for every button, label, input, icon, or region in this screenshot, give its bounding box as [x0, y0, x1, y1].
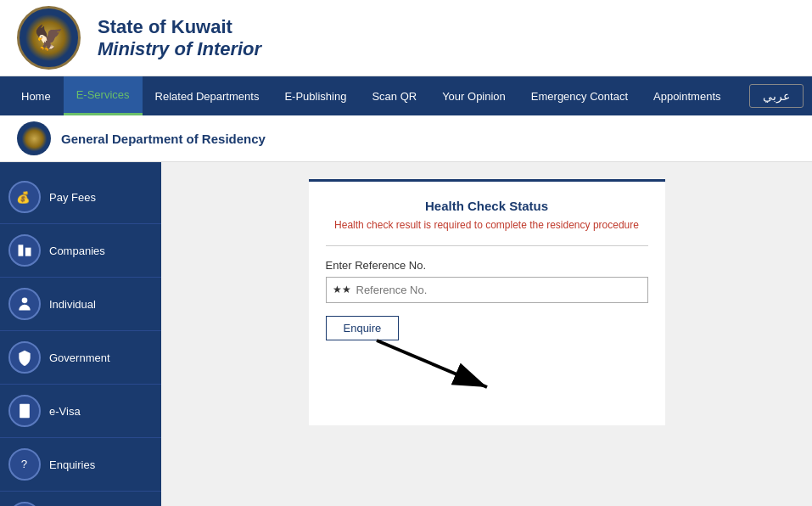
sidebar-label-e-visa: e-Visa	[49, 405, 81, 418]
nav-e-services[interactable]: E-Services	[64, 76, 143, 115]
building-icon	[8, 234, 41, 267]
question-icon: ?	[8, 448, 41, 481]
svg-rect-4	[20, 250, 22, 253]
svg-text:?: ?	[21, 458, 27, 470]
svg-line-21	[377, 340, 487, 387]
shield-icon	[8, 341, 41, 374]
divider	[326, 245, 648, 246]
nav-e-publishing[interactable]: E-Publishing	[272, 76, 359, 115]
nav-appointments[interactable]: Appointments	[641, 76, 734, 115]
sidebar-label-pay-fees: Pay Fees	[49, 191, 96, 204]
arrow-annotation	[326, 340, 648, 408]
reference-input-wrapper: ★★	[326, 277, 648, 303]
reference-input[interactable]	[326, 277, 648, 303]
nav-your-opinion[interactable]: Your Opinion	[429, 76, 518, 115]
sidebar-item-pay-fees[interactable]: 💰 Pay Fees	[0, 171, 161, 224]
arrow-svg-icon	[368, 332, 538, 400]
sidebar-item-e-visa[interactable]: e-Visa	[0, 385, 161, 438]
sidebar-label-government: Government	[49, 351, 110, 364]
nav-home[interactable]: Home	[8, 76, 64, 115]
header-title-line2: Ministry of Interior	[98, 38, 261, 60]
field-label: Enter Reference No.	[326, 259, 648, 272]
sidebar-item-e-forms[interactable]: E-Forms	[0, 492, 161, 506]
page-header: 🦅 State of Kuwait Ministry of Interior	[0, 0, 812, 76]
sidebar-label-enquiries: Enquiries	[49, 458, 95, 471]
sidebar-item-enquiries[interactable]: ? Enquiries	[0, 438, 161, 492]
header-title-line1: State of Kuwait	[98, 16, 261, 38]
nav-related-departments[interactable]: Related Departments	[143, 76, 272, 115]
svg-rect-3	[20, 247, 22, 250]
health-check-title: Health Check Status	[326, 199, 648, 213]
svg-point-6	[22, 298, 28, 304]
main-content: Health Check Status Health check result …	[161, 162, 812, 506]
form-icon	[8, 502, 41, 506]
logo-eagle-icon: 🦅	[34, 24, 64, 52]
dept-logo	[17, 121, 51, 155]
header-text: State of Kuwait Ministry of Interior	[98, 16, 261, 60]
sidebar: 💰 Pay Fees Companies Individual Governme…	[0, 162, 161, 506]
logo: 🦅	[17, 6, 81, 70]
document-icon	[8, 395, 41, 427]
svg-rect-5	[27, 250, 30, 252]
sidebar-label-individual: Individual	[49, 298, 96, 311]
svg-text:💰: 💰	[16, 190, 31, 205]
navbar: Home E-Services Related Departments E-Pu…	[0, 76, 812, 115]
main-layout: 💰 Pay Fees Companies Individual Governme…	[0, 162, 812, 506]
nav-emergency-contact[interactable]: Emergency Contact	[518, 76, 641, 115]
arabic-button[interactable]: عربي	[749, 84, 804, 108]
health-check-subtitle: Health check result is required to compl…	[326, 218, 648, 233]
money-icon: 💰	[8, 181, 41, 213]
sidebar-item-individual[interactable]: Individual	[0, 278, 161, 331]
sidebar-item-companies[interactable]: Companies	[0, 224, 161, 278]
health-check-panel: Health Check Status Health check result …	[309, 179, 665, 425]
person-icon	[8, 288, 41, 320]
stars-icon: ★★	[333, 284, 351, 295]
dept-header: General Department of Residency	[0, 115, 812, 162]
sidebar-label-companies: Companies	[49, 245, 105, 257]
dept-title: General Department of Residency	[61, 132, 266, 146]
nav-scan-qr[interactable]: Scan QR	[359, 76, 429, 115]
sidebar-item-government[interactable]: Government	[0, 331, 161, 385]
